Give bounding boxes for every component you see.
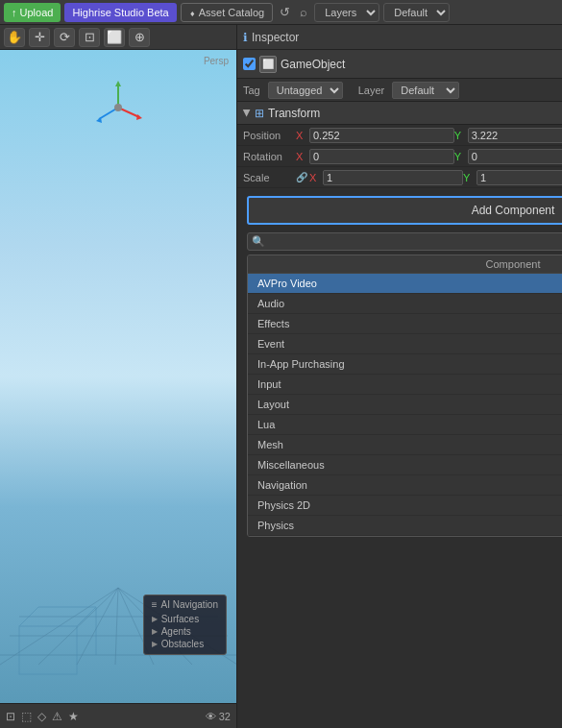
scale-y-input[interactable] xyxy=(476,170,562,185)
ai-navigation-overlay: ≡ AI Navigation Surfaces Agents Obstacle… xyxy=(143,595,227,655)
svg-line-9 xyxy=(77,588,118,665)
position-y-label: Y xyxy=(454,130,468,141)
component-item-inapp[interactable]: In-App Purchasing › xyxy=(248,354,562,375)
component-list-header: Component xyxy=(248,255,562,274)
transform-icon: ⊞ xyxy=(255,107,264,120)
svg-point-6 xyxy=(114,104,122,111)
tag-dropdown[interactable]: Untagged xyxy=(268,82,343,99)
component-item-effects[interactable]: Effects › xyxy=(248,314,562,334)
position-label: Position xyxy=(243,130,296,141)
position-x-input[interactable] xyxy=(309,128,454,143)
diamond-icon: ⬧ xyxy=(189,7,196,18)
inspector-tab-bar: ℹ Inspector 🔒 ☰ xyxy=(237,25,562,50)
eye-icon: 👁 xyxy=(206,711,216,722)
component-item-navigation[interactable]: Navigation › xyxy=(248,475,562,496)
component-search-row: 🔍 xyxy=(247,232,562,251)
layer-label: Layer xyxy=(358,85,385,96)
component-item-layout[interactable]: Layout › xyxy=(248,395,562,415)
component-item-lua[interactable]: Lua › xyxy=(248,415,562,435)
transform-section-header: ▶ ⊞ Transform ? ⚙ ⋮ xyxy=(237,102,562,125)
transform-tool-button[interactable]: ⊕ xyxy=(129,28,150,47)
move-tool-button[interactable]: ✛ xyxy=(29,28,50,47)
inspector-icon: ℹ xyxy=(243,31,248,44)
search-icon[interactable]: ⌕ xyxy=(297,5,310,19)
scale-lock-icon[interactable]: 🔗 xyxy=(296,172,307,182)
top-bar: ↑ Upload Highrise Studio Beta ⬧ Asset Ca… xyxy=(0,0,562,25)
rotation-label: Rotation xyxy=(243,151,296,162)
scale-x-label: X xyxy=(309,172,323,183)
component-item-physics2d[interactable]: Physics 2D › xyxy=(248,496,562,516)
inspector-title: Inspector xyxy=(252,31,299,44)
rotation-y-input[interactable] xyxy=(468,149,562,164)
component-item-misc[interactable]: Miscellaneous › xyxy=(248,455,562,475)
component-item-avpro[interactable]: AVPro Video › xyxy=(248,274,562,294)
scene-bottom-icon-3[interactable]: ◇ xyxy=(37,710,46,723)
scale-label: Scale xyxy=(243,172,296,183)
component-list: AVPro Video › Audio › Effects › Event › … xyxy=(248,274,562,536)
ai-nav-agents[interactable]: Agents xyxy=(152,625,218,638)
rotation-x-input[interactable] xyxy=(309,149,454,164)
gameobject-active-checkbox[interactable] xyxy=(243,58,256,70)
scene-bottom-icon-1[interactable]: ⊡ xyxy=(6,710,15,723)
main-layout: ✋ ✛ ⟳ ⊡ ⬜ ⊕ Persp xyxy=(0,25,562,728)
scene-panel: ✋ ✛ ⟳ ⊡ ⬜ ⊕ Persp xyxy=(0,25,237,728)
upload-button[interactable]: ↑ Upload xyxy=(4,3,61,22)
transform-title: Transform xyxy=(268,107,562,120)
ai-nav-icon: ≡ xyxy=(152,599,158,610)
gizmo xyxy=(89,79,147,136)
add-component-button[interactable]: Add Component xyxy=(247,196,562,225)
scene-bottom-bar: ⊡ ⬚ ◇ ⚠ ★ 👁 32 xyxy=(0,703,236,728)
highrise-button[interactable]: Highrise Studio Beta xyxy=(64,3,176,22)
scale-x-input[interactable] xyxy=(323,170,463,185)
position-row: Position X Y Z ⟳ xyxy=(237,125,562,146)
scale-y-label: Y xyxy=(463,172,476,183)
component-item-audio[interactable]: Audio › xyxy=(248,294,562,314)
rect-tool-button[interactable]: ⬜ xyxy=(104,28,125,47)
transform-collapse-icon[interactable]: ▶ xyxy=(242,109,253,117)
scale-tool-button[interactable]: ⊡ xyxy=(79,28,100,47)
ai-nav-title: ≡ AI Navigation xyxy=(152,599,218,610)
cube-icon: ⬜ xyxy=(259,56,277,73)
layer-dropdown[interactable]: Default xyxy=(392,82,459,99)
eye-count: 👁 32 xyxy=(206,711,231,722)
gameobject-name: GameObject xyxy=(281,58,562,71)
hand-tool-button[interactable]: ✋ xyxy=(4,28,25,47)
default-dropdown[interactable]: Default xyxy=(383,3,450,22)
position-x-label: X xyxy=(296,130,309,141)
scene-bottom-icon-2[interactable]: ⬚ xyxy=(21,710,32,723)
rotation-x-label: X xyxy=(296,151,309,162)
scene-bottom-icon-5[interactable]: ★ xyxy=(68,710,79,723)
scale-row: Scale 🔗 X Y Z ⟳ xyxy=(237,167,562,188)
rotation-row: Rotation X Y Z ⟳ xyxy=(237,146,562,167)
component-dropdown: Component AVPro Video › Audio › Effects … xyxy=(247,255,562,537)
position-y-input[interactable] xyxy=(468,128,562,143)
ai-nav-surfaces[interactable]: Surfaces xyxy=(152,613,218,625)
tag-label: Tag xyxy=(243,85,260,96)
scene-toolbar: ✋ ✛ ⟳ ⊡ ⬜ ⊕ xyxy=(0,25,236,50)
svg-line-10 xyxy=(115,588,118,665)
scene-view[interactable]: Persp xyxy=(0,50,236,703)
component-item-input[interactable]: Input › xyxy=(248,375,562,395)
asset-catalog-button[interactable]: ⬧ Asset Catalog xyxy=(181,3,273,22)
persp-label: Persp xyxy=(204,56,229,66)
undo-icon[interactable]: ↺ xyxy=(277,5,293,19)
layers-dropdown[interactable]: Layers xyxy=(314,3,379,22)
gameobject-header: ⬜ GameObject Static ▾ xyxy=(237,50,562,79)
component-search-input[interactable] xyxy=(269,236,562,248)
tag-layer-row: Tag Untagged Layer Default xyxy=(237,79,562,102)
ai-nav-obstacles[interactable]: Obstacles xyxy=(152,638,218,650)
svg-marker-1 xyxy=(115,81,121,86)
component-item-event[interactable]: Event › xyxy=(248,334,562,354)
component-item-physics[interactable]: Physics › xyxy=(248,516,562,536)
component-item-mesh[interactable]: Mesh › xyxy=(248,435,562,455)
rotate-tool-button[interactable]: ⟳ xyxy=(54,28,75,47)
rotation-y-label: Y xyxy=(454,151,468,162)
component-search-icon: 🔍 xyxy=(252,235,265,248)
svg-marker-3 xyxy=(136,114,142,120)
inspector-panel: ℹ Inspector 🔒 ☰ ⬜ GameObject Static ▾ Ta… xyxy=(237,25,562,728)
scene-bottom-icon-4[interactable]: ⚠ xyxy=(52,710,62,723)
